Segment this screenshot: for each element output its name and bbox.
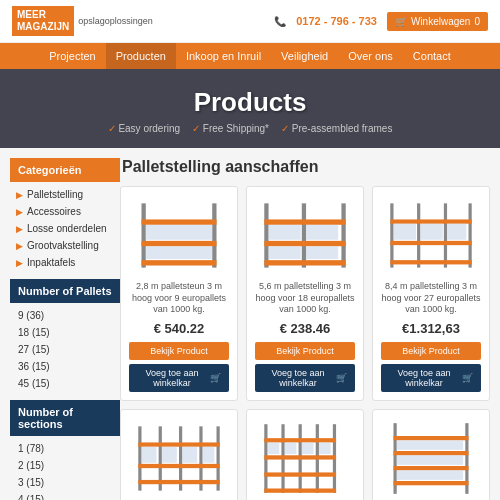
svg-rect-35 [142, 446, 157, 462]
product-price-3: €1.312,63 [402, 321, 460, 336]
product-price-2: € 238.46 [280, 321, 331, 336]
add-to-cart-button-3[interactable]: Voeg toe aan winkelkar 🛒 [381, 364, 481, 392]
product-image-1 [129, 195, 229, 275]
nav-item-overons[interactable]: Over ons [338, 43, 403, 69]
svg-rect-57 [394, 481, 469, 485]
sidebar-item-inpaktafels[interactable]: ▶ Inpaktafels [10, 254, 120, 271]
product-image-5 [255, 418, 355, 498]
cart-icon-2: 🛒 [336, 373, 347, 383]
svg-rect-32 [138, 442, 219, 446]
arrow-icon: ▶ [16, 190, 23, 200]
svg-rect-9 [341, 203, 345, 267]
svg-rect-22 [390, 240, 471, 244]
cart-icon-3: 🛒 [462, 373, 473, 383]
svg-rect-45 [264, 455, 336, 459]
sidebar-item-palletstelling[interactable]: ▶ Palletstelling [10, 186, 120, 203]
svg-rect-11 [264, 240, 345, 245]
filter-sections-2[interactable]: 2 (15) [10, 457, 120, 474]
pallets-title: Number of Pallets [10, 279, 120, 303]
svg-rect-33 [138, 463, 219, 467]
svg-rect-60 [397, 470, 463, 480]
svg-rect-5 [146, 224, 212, 239]
svg-rect-23 [390, 260, 471, 264]
product-grid: 2,8 m palletsteun 3 m hoog voor 9 europa… [120, 186, 490, 500]
cart-button[interactable]: 🛒 Winkelwagen 0 [387, 12, 488, 31]
svg-rect-58 [397, 440, 463, 450]
hero-subtitles: Easy ordering Free Shipping* Pre-assembl… [12, 123, 488, 134]
product-desc-1: 2,8 m palletsteun 3 m hoog voor 9 europa… [129, 281, 229, 316]
header: MEER MAGAZIJN opslagoplossingen 📞 0172 -… [0, 0, 500, 43]
add-to-cart-button-2[interactable]: Voeg toe aan winkelkar 🛒 [255, 364, 355, 392]
nav-item-contact[interactable]: Contact [403, 43, 461, 69]
filter-pallets-45[interactable]: 45 (15) [10, 375, 120, 392]
product-image-6 [381, 418, 481, 498]
sidebar-item-accessoires[interactable]: ▶ Accessoires [10, 203, 120, 220]
cart-icon-1: 🛒 [210, 373, 221, 383]
logo: MEER MAGAZIJN opslagoplossingen [12, 6, 153, 36]
add-to-cart-button-1[interactable]: Voeg toe aan winkelkar 🛒 [129, 364, 229, 392]
sidebar-item-losse[interactable]: ▶ Losse onderdelen [10, 220, 120, 237]
header-right: 📞 0172 - 796 - 733 🛒 Winkelwagen 0 [274, 12, 488, 31]
svg-rect-34 [138, 479, 219, 483]
svg-rect-21 [390, 219, 471, 223]
filter-sections-1[interactable]: 1 (78) [10, 440, 120, 457]
svg-rect-4 [142, 260, 217, 265]
svg-rect-20 [469, 203, 472, 267]
sidebar-item-grootvak[interactable]: ▶ Grootvakstelling [10, 237, 120, 254]
filter-pallets-36[interactable]: 36 (15) [10, 358, 120, 375]
nav-item-veiligheid[interactable]: Veiligheid [271, 43, 338, 69]
svg-rect-16 [306, 246, 338, 259]
arrow-icon: ▶ [16, 207, 23, 217]
product-image-2 [255, 195, 355, 275]
nav-item-producten[interactable]: Producten [106, 43, 176, 69]
arrow-icon: ▶ [16, 258, 23, 268]
product-price-1: € 540.22 [154, 321, 205, 336]
filter-pallets-27[interactable]: 27 (15) [10, 341, 120, 358]
main-layout: Categorieën ▶ Palletstelling ▶ Accessoir… [0, 148, 500, 500]
phone-number: 0172 - 796 - 733 [296, 15, 377, 27]
svg-rect-56 [394, 466, 469, 470]
svg-rect-49 [285, 442, 297, 454]
filter-pallets-9[interactable]: 9 (36) [10, 307, 120, 324]
product-card-3: 8,4 m palletstelling 3 m hoog voor 27 eu… [372, 186, 490, 401]
product-card-2: 5,6 m palletstelling 3 m hoog voor 18 eu… [246, 186, 364, 401]
svg-rect-8 [302, 203, 306, 267]
svg-rect-15 [269, 246, 301, 259]
logo-subtext: opslagoplossingen [78, 16, 153, 27]
product-card-6: 2,8 m palletstelling 5 m hoog voor 9 eur… [372, 409, 490, 500]
hero-sub2: Free Shipping* [192, 123, 269, 134]
svg-rect-1 [212, 203, 216, 267]
product-desc-2: 5,6 m palletstelling 3 m hoog voor 18 eu… [255, 281, 355, 316]
arrow-icon: ▶ [16, 241, 23, 251]
svg-rect-13 [269, 224, 301, 239]
sections-title: Number of sections [10, 400, 120, 436]
svg-rect-25 [420, 223, 443, 239]
main-nav: Projecten Producten Inkoop en Inruil Vei… [0, 43, 500, 69]
filter-sections-3[interactable]: 3 (15) [10, 474, 120, 491]
filter-pallets-18[interactable]: 18 (15) [10, 324, 120, 341]
svg-rect-51 [319, 442, 331, 454]
product-desc-3: 8,4 m palletstelling 3 m hoog voor 27 eu… [381, 281, 481, 316]
cart-count: 0 [474, 16, 480, 27]
svg-rect-7 [264, 203, 268, 267]
svg-rect-3 [142, 240, 217, 245]
hero-title: Products [12, 87, 488, 118]
product-card-4: 11,2 m palletstelling 3 m hoog voor 36 e… [120, 409, 238, 500]
hero-sub3: Pre-assembled frames [281, 123, 392, 134]
svg-rect-37 [182, 446, 197, 462]
svg-rect-44 [264, 438, 336, 442]
products-area: Palletstelling aanschaffen 2,8 m pallets… [120, 158, 490, 500]
svg-rect-50 [302, 442, 314, 454]
nav-item-inkoop[interactable]: Inkoop en Inruil [176, 43, 271, 69]
filter-sections-4[interactable]: 4 (15) [10, 491, 120, 500]
view-product-button-3[interactable]: Bekijk Product [381, 342, 481, 360]
view-product-button-1[interactable]: Bekijk Product [129, 342, 229, 360]
hero-sub1: Easy ordering [108, 123, 180, 134]
svg-rect-24 [394, 223, 417, 239]
view-product-button-2[interactable]: Bekijk Product [255, 342, 355, 360]
svg-rect-0 [142, 203, 146, 267]
product-card-5: 14 m palletstelling 4 m hoog voor 45 eur… [246, 409, 364, 500]
svg-rect-10 [264, 219, 345, 224]
nav-item-projecten[interactable]: Projecten [39, 43, 105, 69]
svg-rect-47 [264, 488, 336, 492]
